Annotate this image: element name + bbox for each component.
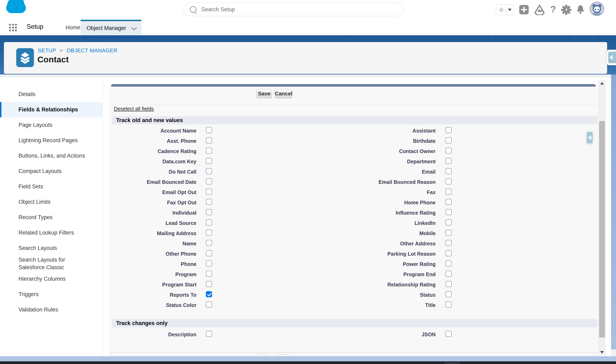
sidebar-item-fields-relationships[interactable]: Fields & Relationships (0, 102, 102, 117)
sidebar-item-related-lookup-filters[interactable]: Related Lookup Filters (0, 225, 102, 240)
checkbox-other-address[interactable] (446, 240, 452, 246)
checkbox-program-end[interactable] (446, 271, 452, 277)
setup-app-label: Setup (27, 23, 43, 30)
breadcrumb-setup-link[interactable]: SETUP (38, 47, 56, 53)
app-launcher-icon[interactable] (9, 24, 17, 32)
checkbox-asst-phone[interactable] (206, 137, 212, 143)
checkbox-assistant[interactable] (446, 127, 452, 133)
checkbox-description[interactable] (206, 331, 212, 337)
checkbox-status-color[interactable] (206, 301, 212, 308)
favorites-star-icon[interactable] (496, 5, 507, 15)
field-row: Data.com KeyDepartment (109, 156, 599, 167)
sidebar-item-buttons-links-and-actions[interactable]: Buttons, Links, and Actions (0, 148, 102, 164)
field-label: Description (109, 332, 196, 338)
global-search[interactable] (183, 3, 404, 16)
sidebar-item-page-layouts[interactable]: Page Layouts (0, 117, 102, 133)
field-label: Other Address (315, 241, 436, 247)
checkbox-power-rating[interactable] (446, 260, 452, 267)
banner-collapse-button[interactable] (607, 50, 616, 65)
sidebar-item-compact-layouts[interactable]: Compact Layouts (0, 164, 102, 179)
scroll-up-icon[interactable] (600, 82, 604, 85)
content-scrollbar[interactable] (599, 80, 605, 356)
checkbox-reports-to[interactable] (206, 291, 212, 297)
checkbox-status[interactable] (446, 291, 452, 297)
checkbox-contact-owner[interactable] (446, 147, 452, 154)
sidebar-item-search-layouts[interactable]: Search Layouts (0, 240, 102, 256)
checkbox-email[interactable] (446, 168, 452, 174)
checkbox-name[interactable] (206, 240, 212, 246)
quick-create-plus-icon[interactable] (519, 5, 529, 14)
sidebar-item-field-sets[interactable]: Field Sets (0, 179, 102, 194)
breadcrumb-object-manager-link[interactable]: OBJECT MANAGER (67, 47, 118, 53)
save-button[interactable]: Save (257, 89, 272, 98)
field-label: Email Bounced Date (109, 179, 196, 185)
search-input[interactable] (201, 6, 387, 13)
checkbox-mailing-address[interactable] (206, 230, 212, 236)
checkbox-email-bounced-date[interactable] (206, 178, 212, 184)
field-row: ProgramProgram End (109, 269, 599, 279)
sidebar-item-details[interactable]: Details (0, 87, 102, 102)
setup-nav-bar: Setup Home Object Manager (0, 20, 616, 36)
sidebar-item-hierarchy-columns[interactable]: Hierarchy Columns (0, 271, 102, 287)
favorites-dropdown-icon[interactable] (507, 5, 513, 15)
checkbox-fax-opt-out[interactable] (206, 199, 212, 205)
checkbox-json[interactable] (446, 331, 452, 337)
checkbox-cadence-rating[interactable] (206, 147, 212, 154)
checkbox-program-start[interactable] (206, 281, 212, 287)
checkbox-do-not-call[interactable] (206, 168, 212, 174)
checkbox-influence-rating[interactable] (446, 209, 452, 215)
user-avatar[interactable] (590, 2, 604, 16)
checkbox-linkedin[interactable] (446, 219, 452, 225)
checkbox-data-com-key[interactable] (206, 158, 212, 164)
trailhead-icon[interactable] (534, 4, 545, 15)
field-label: LinkedIn (315, 220, 436, 226)
save-button-bottom-partial[interactable] (257, 354, 266, 356)
sidebar-item-lightning-record-pages[interactable]: Lightning Record Pages (0, 133, 102, 148)
field-label: Cadence Rating (109, 148, 196, 154)
checkbox-email-bounced-reason[interactable] (446, 178, 452, 184)
field-label: Relationship Rating (315, 282, 436, 288)
checkbox-home-phone[interactable] (446, 199, 452, 205)
favorites-split-button[interactable] (496, 4, 513, 15)
section-title: Track old and new values (116, 117, 183, 124)
checkbox-lead-source[interactable] (206, 219, 212, 225)
sidebar-item-validation-rules[interactable]: Validation Rules (0, 302, 102, 317)
sidebar-item-object-limits[interactable]: Object Limits (0, 194, 102, 210)
cancel-button-bottom-partial[interactable] (277, 354, 288, 356)
checkbox-parking-lot-reason[interactable] (446, 250, 452, 256)
field-row: Account NameAssistant (109, 126, 599, 136)
checkbox-other-phone[interactable] (206, 250, 212, 256)
section-header-track-changes-only: Track changes only (112, 319, 598, 327)
section-header-track-old-new: Track old and new values (112, 116, 598, 124)
tab-object-manager[interactable]: Object Manager (81, 20, 141, 35)
checkbox-account-name[interactable] (206, 127, 212, 133)
breadcrumb: SETUP > OBJECT MANAGER (38, 47, 118, 54)
field-label: Contact Owner (315, 148, 436, 154)
chevron-down-icon[interactable] (131, 25, 137, 30)
breadcrumb-separator: > (60, 47, 63, 53)
checkbox-title[interactable] (446, 301, 452, 308)
help-icon[interactable]: ? (550, 4, 556, 15)
field-label: Mailing Address (109, 230, 196, 236)
scroll-down-icon[interactable] (600, 351, 604, 353)
checkbox-fax[interactable] (446, 189, 452, 195)
checkbox-mobile[interactable] (446, 230, 452, 236)
notifications-bell-icon[interactable] (575, 4, 586, 15)
checkbox-birthdate[interactable] (446, 137, 452, 143)
checkbox-program[interactable] (206, 271, 212, 277)
salesforce-logo-icon (6, 2, 26, 13)
checkbox-phone[interactable] (206, 260, 212, 267)
scrollbar-thumb[interactable] (599, 121, 605, 338)
checkbox-email-opt-out[interactable] (206, 189, 212, 195)
checkbox-individual[interactable] (206, 209, 212, 215)
panel-collapse-button[interactable] (586, 131, 593, 144)
cancel-button[interactable]: Cancel (275, 89, 292, 98)
sidebar-item-record-types[interactable]: Record Types (0, 210, 102, 225)
checkbox-department[interactable] (446, 158, 452, 164)
object-icon (16, 48, 34, 67)
sidebar-item-search-layouts-for-salesforce-classic[interactable]: Search Layouts for Salesforce Classic (0, 256, 102, 271)
sidebar-item-triggers[interactable]: Triggers (0, 287, 102, 302)
setup-gear-icon[interactable] (561, 4, 572, 15)
checkbox-relationship-rating[interactable] (446, 281, 452, 287)
deselect-all-fields-link[interactable]: Deselect all fields (114, 106, 154, 112)
